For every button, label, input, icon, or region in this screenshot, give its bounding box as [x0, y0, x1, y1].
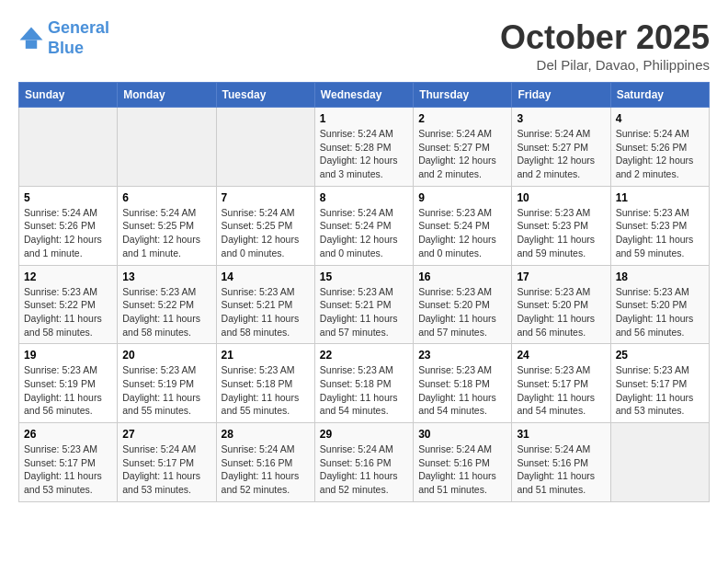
calendar-cell	[19, 108, 118, 187]
day-number: 25	[616, 349, 704, 362]
title-section: October 2025 Del Pilar, Davao, Philippin…	[500, 18, 710, 73]
calendar-cell: 29Sunrise: 5:24 AM Sunset: 5:16 PM Dayli…	[314, 423, 413, 502]
day-info: Sunrise: 5:23 AM Sunset: 5:20 PM Dayligh…	[616, 285, 704, 339]
calendar-cell: 21Sunrise: 5:23 AM Sunset: 5:18 PM Dayli…	[216, 344, 314, 423]
day-number: 30	[418, 428, 506, 441]
calendar-cell: 22Sunrise: 5:23 AM Sunset: 5:18 PM Dayli…	[314, 344, 413, 423]
calendar-week-row: 5Sunrise: 5:24 AM Sunset: 5:26 PM Daylig…	[19, 186, 710, 265]
calendar-cell: 3Sunrise: 5:24 AM Sunset: 5:27 PM Daylig…	[512, 108, 610, 187]
calendar-cell: 26Sunrise: 5:23 AM Sunset: 5:17 PM Dayli…	[19, 423, 118, 502]
calendar-cell: 8Sunrise: 5:24 AM Sunset: 5:24 PM Daylig…	[314, 186, 413, 265]
svg-marker-0	[20, 27, 43, 40]
logo-text: General Blue	[48, 18, 109, 58]
day-info: Sunrise: 5:23 AM Sunset: 5:23 PM Dayligh…	[517, 206, 605, 260]
calendar-cell: 23Sunrise: 5:23 AM Sunset: 5:18 PM Dayli…	[414, 344, 512, 423]
day-info: Sunrise: 5:24 AM Sunset: 5:25 PM Dayligh…	[122, 206, 210, 260]
calendar-cell: 16Sunrise: 5:23 AM Sunset: 5:20 PM Dayli…	[414, 265, 512, 344]
day-number: 18	[616, 270, 704, 283]
day-number: 31	[517, 428, 605, 441]
calendar-cell: 31Sunrise: 5:24 AM Sunset: 5:16 PM Dayli…	[512, 423, 610, 502]
day-info: Sunrise: 5:23 AM Sunset: 5:22 PM Dayligh…	[24, 285, 112, 339]
day-number: 5	[24, 191, 112, 204]
calendar-cell	[118, 108, 216, 187]
day-number: 9	[418, 191, 506, 204]
day-number: 6	[122, 191, 210, 204]
day-info: Sunrise: 5:23 AM Sunset: 5:23 PM Dayligh…	[616, 206, 704, 260]
page-header: General Blue October 2025 Del Pilar, Dav…	[18, 18, 710, 73]
day-number: 11	[616, 191, 704, 204]
day-info: Sunrise: 5:23 AM Sunset: 5:24 PM Dayligh…	[418, 206, 506, 260]
day-number: 23	[418, 349, 506, 362]
calendar-cell: 6Sunrise: 5:24 AM Sunset: 5:25 PM Daylig…	[118, 186, 216, 265]
day-number: 29	[320, 428, 408, 441]
day-info: Sunrise: 5:24 AM Sunset: 5:16 PM Dayligh…	[418, 442, 506, 497]
day-info: Sunrise: 5:23 AM Sunset: 5:17 PM Dayligh…	[24, 442, 112, 497]
calendar-cell: 1Sunrise: 5:24 AM Sunset: 5:28 PM Daylig…	[314, 108, 413, 187]
calendar-cell: 7Sunrise: 5:24 AM Sunset: 5:25 PM Daylig…	[216, 186, 314, 265]
header-row: SundayMondayTuesdayWednesdayThursdayFrid…	[19, 83, 710, 108]
calendar-cell	[216, 108, 314, 187]
calendar-body: 1Sunrise: 5:24 AM Sunset: 5:28 PM Daylig…	[19, 108, 710, 502]
day-number: 22	[320, 349, 408, 362]
day-info: Sunrise: 5:23 AM Sunset: 5:18 PM Dayligh…	[222, 363, 310, 418]
weekday-header: Friday	[512, 83, 610, 108]
calendar-cell: 28Sunrise: 5:24 AM Sunset: 5:16 PM Dayli…	[216, 423, 314, 502]
day-number: 12	[24, 270, 112, 283]
calendar-cell: 13Sunrise: 5:23 AM Sunset: 5:22 PM Dayli…	[118, 265, 216, 344]
day-number: 2	[418, 112, 506, 125]
day-number: 13	[122, 270, 210, 283]
day-info: Sunrise: 5:24 AM Sunset: 5:16 PM Dayligh…	[517, 442, 605, 497]
day-number: 20	[122, 349, 210, 362]
calendar-table: SundayMondayTuesdayWednesdayThursdayFrid…	[18, 82, 710, 502]
day-number: 15	[320, 270, 408, 283]
calendar-cell: 25Sunrise: 5:23 AM Sunset: 5:17 PM Dayli…	[610, 344, 709, 423]
day-info: Sunrise: 5:24 AM Sunset: 5:26 PM Dayligh…	[24, 206, 112, 260]
day-number: 10	[517, 191, 605, 204]
calendar-cell: 27Sunrise: 5:24 AM Sunset: 5:17 PM Dayli…	[118, 423, 216, 502]
logo-icon	[18, 26, 44, 52]
month-title: October 2025	[500, 18, 710, 57]
day-number: 4	[616, 112, 704, 125]
calendar-cell: 14Sunrise: 5:23 AM Sunset: 5:21 PM Dayli…	[216, 265, 314, 344]
logo: General Blue	[18, 18, 109, 58]
day-number: 7	[222, 191, 310, 204]
day-info: Sunrise: 5:23 AM Sunset: 5:17 PM Dayligh…	[616, 363, 704, 418]
calendar-week-row: 1Sunrise: 5:24 AM Sunset: 5:28 PM Daylig…	[19, 108, 710, 187]
day-info: Sunrise: 5:24 AM Sunset: 5:16 PM Dayligh…	[222, 442, 310, 497]
calendar-header: SundayMondayTuesdayWednesdayThursdayFrid…	[19, 83, 710, 108]
calendar-cell: 24Sunrise: 5:23 AM Sunset: 5:17 PM Dayli…	[512, 344, 610, 423]
calendar-week-row: 26Sunrise: 5:23 AM Sunset: 5:17 PM Dayli…	[19, 423, 710, 502]
day-info: Sunrise: 5:24 AM Sunset: 5:26 PM Dayligh…	[616, 127, 704, 181]
day-info: Sunrise: 5:24 AM Sunset: 5:27 PM Dayligh…	[517, 127, 605, 181]
day-number: 26	[24, 428, 112, 441]
day-info: Sunrise: 5:24 AM Sunset: 5:17 PM Dayligh…	[122, 442, 210, 497]
calendar-cell: 20Sunrise: 5:23 AM Sunset: 5:19 PM Dayli…	[118, 344, 216, 423]
day-info: Sunrise: 5:23 AM Sunset: 5:22 PM Dayligh…	[122, 285, 210, 339]
day-info: Sunrise: 5:24 AM Sunset: 5:25 PM Dayligh…	[222, 206, 310, 260]
day-number: 21	[222, 349, 310, 362]
calendar-cell: 11Sunrise: 5:23 AM Sunset: 5:23 PM Dayli…	[610, 186, 709, 265]
weekday-header: Thursday	[414, 83, 512, 108]
calendar-cell: 10Sunrise: 5:23 AM Sunset: 5:23 PM Dayli…	[512, 186, 610, 265]
calendar-cell: 19Sunrise: 5:23 AM Sunset: 5:19 PM Dayli…	[19, 344, 118, 423]
svg-rect-1	[26, 40, 37, 48]
day-info: Sunrise: 5:23 AM Sunset: 5:19 PM Dayligh…	[122, 363, 210, 418]
day-info: Sunrise: 5:23 AM Sunset: 5:18 PM Dayligh…	[418, 363, 506, 418]
calendar-week-row: 12Sunrise: 5:23 AM Sunset: 5:22 PM Dayli…	[19, 265, 710, 344]
day-info: Sunrise: 5:23 AM Sunset: 5:17 PM Dayligh…	[517, 363, 605, 418]
weekday-header: Tuesday	[216, 83, 314, 108]
day-info: Sunrise: 5:24 AM Sunset: 5:24 PM Dayligh…	[320, 206, 408, 260]
day-number: 19	[24, 349, 112, 362]
day-info: Sunrise: 5:23 AM Sunset: 5:20 PM Dayligh…	[517, 285, 605, 339]
weekday-header: Sunday	[19, 83, 118, 108]
day-number: 27	[122, 428, 210, 441]
calendar-cell: 5Sunrise: 5:24 AM Sunset: 5:26 PM Daylig…	[19, 186, 118, 265]
day-info: Sunrise: 5:23 AM Sunset: 5:21 PM Dayligh…	[320, 285, 408, 339]
location-subtitle: Del Pilar, Davao, Philippines	[500, 57, 710, 73]
day-number: 17	[517, 270, 605, 283]
day-info: Sunrise: 5:23 AM Sunset: 5:20 PM Dayligh…	[418, 285, 506, 339]
day-info: Sunrise: 5:24 AM Sunset: 5:27 PM Dayligh…	[418, 127, 506, 181]
day-info: Sunrise: 5:23 AM Sunset: 5:21 PM Dayligh…	[222, 285, 310, 339]
calendar-cell: 12Sunrise: 5:23 AM Sunset: 5:22 PM Dayli…	[19, 265, 118, 344]
weekday-header: Saturday	[610, 83, 709, 108]
